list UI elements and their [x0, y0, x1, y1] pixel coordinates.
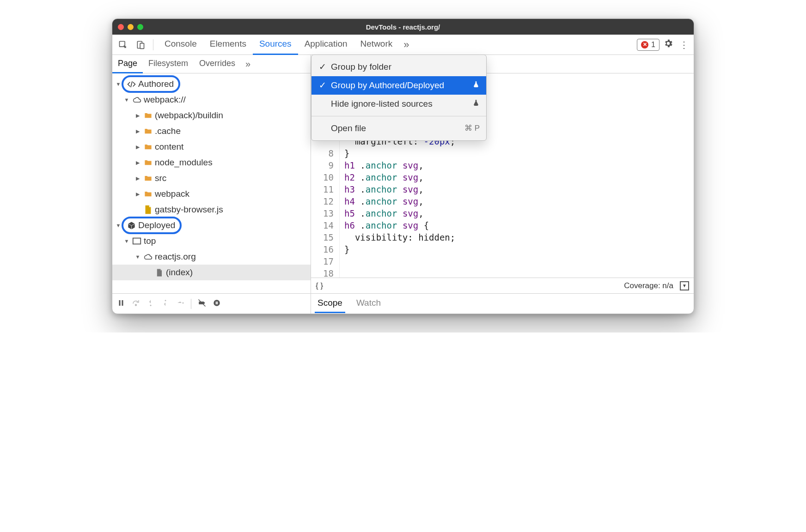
tree-folder[interactable]: webpack: [112, 186, 311, 202]
coverage-label: Coverage: n/a: [624, 281, 673, 290]
error-icon: ✕: [641, 41, 648, 48]
folder-icon: [143, 111, 153, 120]
device-toggle-icon[interactable]: [133, 37, 148, 53]
tree-deployed-group[interactable]: Deployed: [112, 218, 311, 233]
code-icon: [126, 80, 136, 89]
tree-folder[interactable]: content: [112, 139, 311, 155]
pause-icon[interactable]: [117, 299, 125, 309]
cloud-icon: [132, 96, 142, 104]
step-into-icon[interactable]: [147, 299, 155, 309]
error-count-badge[interactable]: ✕ 1: [637, 39, 659, 51]
tree-file-js[interactable]: gatsby-browser.js: [112, 202, 311, 218]
menu-open-file[interactable]: Open file ⌘ P: [311, 119, 486, 138]
settings-icon[interactable]: [661, 38, 675, 51]
folder-icon: [143, 143, 153, 151]
debugger-panel-tabs: Scope Watch: [311, 293, 694, 314]
tree-top-frame[interactable]: top: [112, 233, 311, 249]
folder-icon: [143, 174, 153, 183]
pause-on-exceptions-icon[interactable]: [213, 299, 221, 309]
more-options-icon[interactable]: ⋮: [677, 39, 691, 50]
titlebar: DevTools - reactjs.org/: [112, 19, 694, 35]
tree-authored-group[interactable]: Authored: [112, 76, 311, 92]
folder-icon: [143, 190, 153, 199]
tree-folder[interactable]: (webpack)/buildin: [112, 108, 311, 123]
document-icon: [154, 268, 164, 277]
tree-webpack[interactable]: webpack://: [112, 92, 311, 108]
navigator-tab-page[interactable]: Page: [112, 55, 143, 73]
navigator-more-icon[interactable]: »: [241, 57, 255, 71]
panel-tabs: Console Elements Sources Application Net…: [158, 34, 635, 55]
sources-options-menu: ✓ Group by folder ✓ Group by Authored/De…: [311, 54, 487, 141]
folder-icon: [143, 127, 153, 136]
dock-icon[interactable]: ▼: [680, 281, 689, 290]
tab-scope[interactable]: Scope: [315, 294, 345, 313]
flask-icon: [472, 80, 480, 91]
menu-separator: [311, 116, 486, 116]
navigator-tabs: Page Filesystem Overrides »: [112, 55, 311, 73]
step-over-icon[interactable]: [132, 299, 140, 309]
deployed-icon: [126, 221, 136, 230]
separator: [153, 39, 153, 50]
folder-icon: [143, 158, 153, 167]
cloud-icon: [143, 253, 153, 261]
js-file-icon: [143, 205, 153, 215]
tab-elements[interactable]: Elements: [203, 34, 253, 55]
svg-rect-11: [216, 302, 217, 304]
debugger-toolbar: [112, 293, 311, 314]
svg-point-6: [135, 304, 137, 306]
editor-statusbar: { } Coverage: n/a ▼: [311, 278, 694, 293]
svg-point-8: [165, 300, 166, 301]
svg-rect-3: [133, 238, 141, 244]
check-icon: ✓: [318, 80, 327, 91]
tab-watch[interactable]: Watch: [354, 294, 384, 313]
svg-point-7: [150, 304, 152, 306]
menu-group-by-folder[interactable]: ✓ Group by folder: [311, 58, 486, 76]
shortcut-label: ⌘ P: [464, 123, 480, 133]
file-tree[interactable]: Authored webpack:// (webpack)/buildin .c…: [112, 73, 311, 293]
tree-folder[interactable]: .cache: [112, 123, 311, 139]
tab-sources[interactable]: Sources: [253, 34, 298, 55]
more-tabs-icon[interactable]: »: [399, 37, 414, 53]
flask-icon: [472, 99, 480, 109]
svg-rect-5: [122, 300, 123, 306]
tree-folder[interactable]: src: [112, 170, 311, 186]
step-icon[interactable]: [176, 299, 184, 309]
sources-subbar: Page Filesystem Overrides » ◀ (index) ✕ …: [112, 55, 694, 73]
svg-rect-2: [140, 43, 144, 48]
tab-console[interactable]: Console: [158, 34, 203, 55]
navigator-panel: Authored webpack:// (webpack)/buildin .c…: [112, 73, 311, 314]
svg-point-10: [214, 300, 220, 306]
error-count: 1: [651, 41, 655, 49]
tree-folder[interactable]: node_modules: [112, 155, 311, 170]
pretty-print-icon[interactable]: { }: [316, 281, 323, 290]
tab-network[interactable]: Network: [354, 34, 399, 55]
window-title: DevTools - reactjs.org/: [112, 23, 694, 31]
inspect-icon[interactable]: [115, 37, 131, 53]
navigator-tab-overrides[interactable]: Overrides: [194, 55, 241, 73]
deactivate-breakpoints-icon[interactable]: [198, 299, 206, 309]
step-out-icon[interactable]: [161, 299, 170, 309]
tab-application[interactable]: Application: [298, 34, 354, 55]
svg-point-9: [183, 302, 184, 303]
svg-rect-4: [119, 300, 121, 306]
menu-group-by-authored-deployed[interactable]: ✓ Group by Authored/Deployed: [311, 76, 486, 95]
check-icon: ✓: [318, 61, 327, 72]
navigator-tab-filesystem[interactable]: Filesystem: [143, 55, 194, 73]
svg-rect-12: [217, 302, 218, 304]
menu-hide-ignore-listed[interactable]: Hide ignore-listed sources: [311, 95, 486, 113]
tree-index-file[interactable]: (index): [112, 265, 311, 280]
tree-domain[interactable]: reactjs.org: [112, 249, 311, 265]
devtools-window: DevTools - reactjs.org/ Console Elements…: [112, 18, 694, 314]
frame-icon: [132, 236, 142, 246]
main-toolbar: Console Elements Sources Application Net…: [112, 35, 694, 55]
